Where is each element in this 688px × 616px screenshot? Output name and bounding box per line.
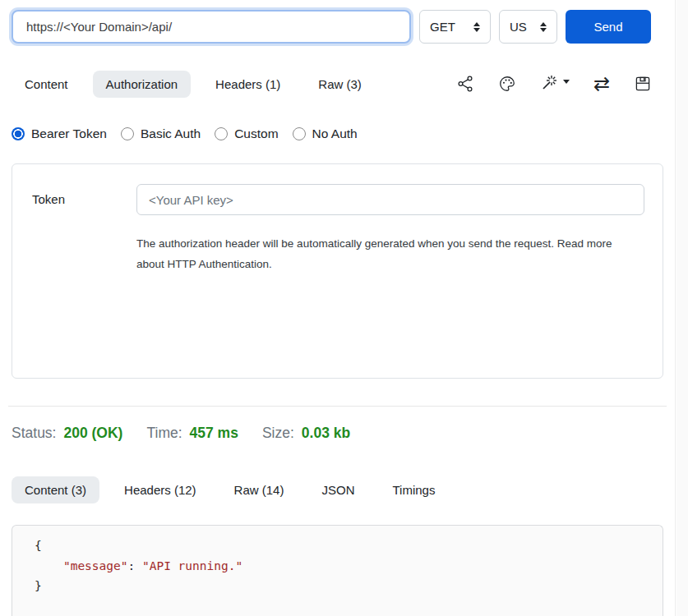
json-line: { <box>35 536 663 556</box>
method-value: GET <box>430 20 455 34</box>
response-status-bar: Status: 200 (OK) Time: 457 ms Size: 0.03… <box>12 425 663 442</box>
tab-response-timings[interactable]: Timings <box>379 476 448 503</box>
send-button[interactable]: Send <box>566 10 651 44</box>
status-value: 200 (OK) <box>63 425 122 442</box>
time-label: Time: <box>146 425 182 442</box>
response-tabs: Content (3) Headers (12) Raw (14) JSON T… <box>12 473 663 506</box>
share-icon[interactable] <box>456 75 474 93</box>
radio-label: Custom <box>234 126 278 141</box>
token-label: Token <box>32 184 136 378</box>
response-body[interactable]: { "message": "API running." } <box>12 525 663 616</box>
token-panel-body: The authorization header will be automat… <box>136 184 644 378</box>
status-group: Status: 200 (OK) <box>12 425 122 442</box>
json-open-brace: { <box>35 539 42 552</box>
tab-headers[interactable]: Headers (1) <box>202 71 293 98</box>
scrollbar-track[interactable] <box>676 0 688 616</box>
radio-label: No Auth <box>312 126 358 141</box>
radio-unchecked-icon <box>293 127 306 140</box>
size-value: 0.03 kb <box>302 425 350 442</box>
radio-checked-icon <box>12 127 25 140</box>
method-select[interactable]: GET <box>419 10 491 44</box>
radio-label: Bearer Token <box>31 126 107 141</box>
dropdown-caret-icon <box>563 80 570 84</box>
tab-response-raw[interactable]: Raw (14) <box>221 476 298 503</box>
request-toolbar: ⇄ <box>456 74 663 94</box>
token-input[interactable] <box>136 184 644 215</box>
tab-response-headers[interactable]: Headers (12) <box>111 476 210 503</box>
region-value: US <box>510 20 527 34</box>
auth-type-options: Bearer Token Basic Auth Custom No Auth <box>12 126 663 141</box>
radio-unchecked-icon <box>215 127 228 140</box>
radio-no-auth[interactable]: No Auth <box>293 126 358 141</box>
url-input[interactable] <box>12 10 411 44</box>
time-group: Time: 457 ms <box>146 425 238 442</box>
size-group: Size: 0.03 kb <box>262 425 350 442</box>
main-content: GET US Send Content Authorization Header… <box>0 0 676 616</box>
select-arrows-icon <box>473 22 480 32</box>
palette-icon[interactable] <box>498 75 516 93</box>
request-tabs: Content Authorization Headers (1) Raw (3… <box>12 68 663 99</box>
bearer-token-panel: Token The authorization header will be a… <box>12 163 663 379</box>
select-arrows-icon <box>540 22 547 32</box>
json-close-brace: } <box>35 579 42 592</box>
request-bar: GET US Send <box>12 0 663 44</box>
radio-custom[interactable]: Custom <box>215 126 278 141</box>
json-key: "message" <box>63 559 128 572</box>
tab-content[interactable]: Content <box>12 71 81 98</box>
tab-authorization[interactable]: Authorization <box>93 71 192 98</box>
radio-label: Basic Auth <box>141 126 201 141</box>
region-select[interactable]: US <box>499 10 557 44</box>
json-line: "message": "API running." <box>35 556 663 577</box>
tab-response-json[interactable]: JSON <box>308 476 367 503</box>
magic-wand-icon[interactable] <box>540 74 570 94</box>
tab-raw[interactable]: Raw (3) <box>305 71 375 98</box>
api-client-page: GET US Send Content Authorization Header… <box>0 0 688 616</box>
tab-response-content[interactable]: Content (3) <box>12 476 99 503</box>
size-label: Size: <box>262 425 294 442</box>
save-icon[interactable] <box>634 75 652 93</box>
json-colon: : <box>128 559 142 572</box>
radio-basic-auth[interactable]: Basic Auth <box>121 126 201 141</box>
section-divider <box>8 406 667 407</box>
status-label: Status: <box>12 425 56 442</box>
radio-bearer-token[interactable]: Bearer Token <box>12 126 107 141</box>
radio-unchecked-icon <box>121 127 134 140</box>
json-value: "API running." <box>142 559 242 572</box>
json-line: } <box>35 576 663 596</box>
token-help-text: The authorization header will be automat… <box>136 233 630 274</box>
swap-arrows-icon[interactable]: ⇄ <box>593 76 610 93</box>
time-value: 457 ms <box>190 425 238 442</box>
